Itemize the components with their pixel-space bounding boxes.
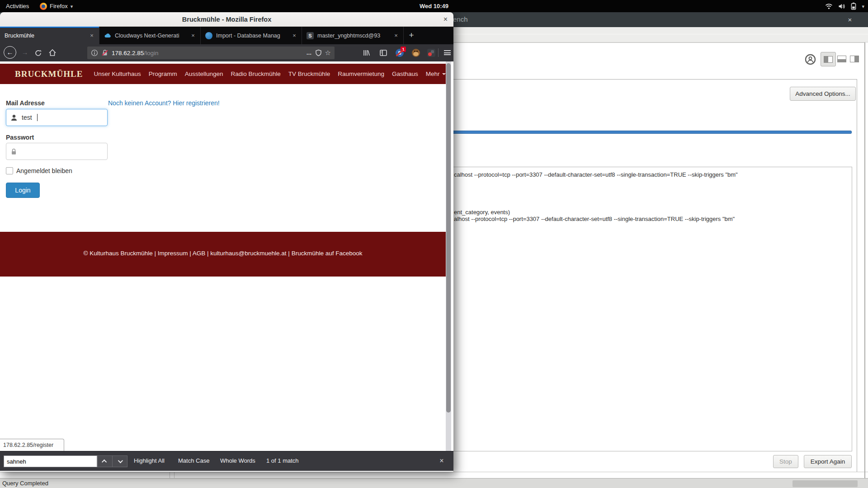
extension-icon[interactable] — [427, 48, 436, 57]
query-status-text: Query Completed — [2, 480, 48, 487]
site-footer: © Kulturhaus Bruckmühle | Impressum | AG… — [0, 232, 446, 277]
cloud-favicon — [104, 32, 111, 39]
extension-badge: 1 — [401, 47, 406, 52]
export-log-box[interactable]: calhost --protocol=tcp --port=3307 --def… — [448, 167, 852, 451]
help-account-icon[interactable] — [805, 54, 816, 65]
chevron-down-icon — [862, 3, 864, 9]
nav-unser-kulturhaus[interactable]: Unser Kulturhaus — [94, 70, 141, 77]
mail-value: test — [22, 114, 32, 121]
tampermonkey-icon[interactable] — [411, 48, 420, 57]
new-tab-button[interactable] — [404, 27, 419, 44]
forward-button[interactable] — [20, 48, 29, 57]
log-line: ent_category, events) — [454, 209, 510, 216]
advanced-options-button[interactable]: Advanced Options... — [790, 87, 856, 101]
clock[interactable]: Wed 10:49 — [0, 0, 868, 12]
nav-raumvermietung[interactable]: Raumvermietung — [338, 70, 384, 77]
toolbar-separator — [438, 48, 439, 57]
site-header: BRUCKMÜHLE Unser Kulturhaus Programm Aus… — [0, 64, 446, 84]
noscript-icon[interactable]: S1 — [395, 48, 404, 57]
tab-close-icon[interactable] — [88, 32, 95, 39]
left-panel-icon — [824, 56, 833, 63]
back-button[interactable] — [4, 46, 16, 59]
tab-close-icon[interactable] — [392, 32, 400, 39]
tab-import-database[interactable]: Import - Database Manag — [201, 27, 302, 44]
find-input[interactable] — [4, 455, 97, 467]
system-status-area[interactable] — [825, 0, 864, 12]
tab-bar: Bruckmühle Cloudways Next-Generati Impor… — [0, 27, 453, 44]
nav-gasthaus[interactable]: Gasthaus — [392, 70, 418, 77]
toggle-right-panel-button[interactable] — [850, 56, 859, 62]
url-path: /login — [144, 50, 158, 56]
chevron-down-icon — [71, 3, 73, 9]
find-bar: Highlight All Match Case Whole Words 1 o… — [0, 451, 453, 471]
battery-icon — [851, 2, 856, 10]
nav-programm[interactable]: Programm — [149, 70, 177, 77]
user-icon — [11, 114, 17, 121]
match-count: 1 of 1 match — [266, 457, 299, 464]
menu-icon[interactable] — [444, 50, 451, 55]
sidebar-icon[interactable] — [379, 48, 388, 57]
nav-mehr-label: Mehr — [426, 70, 440, 77]
firefox-titlebar[interactable]: Bruckmühle - Mozilla Firefox — [0, 12, 453, 27]
activities-button[interactable]: Activities — [4, 2, 31, 10]
findbar-close-icon[interactable] — [437, 456, 447, 466]
pocket-shield-icon[interactable] — [315, 49, 322, 56]
home-button[interactable] — [48, 48, 57, 57]
mail-input[interactable]: test — [6, 109, 108, 126]
link-status-url: 178.62.2.85/register — [3, 442, 53, 448]
extension-glyph — [427, 49, 435, 57]
tab-bruckmuehle[interactable]: Bruckmühle — [0, 27, 99, 44]
remember-checkbox[interactable] — [6, 167, 13, 174]
reload-button[interactable] — [33, 48, 42, 57]
footer-text: © Kulturhaus Bruckmühle | Impressum | AG… — [0, 250, 446, 257]
adminer-favicon: S — [307, 32, 314, 39]
window-title: Bruckmühle - Mozilla Firefox — [0, 12, 453, 27]
app-menu-label: Firefox — [50, 3, 68, 9]
find-next-button[interactable] — [112, 455, 127, 467]
whole-words-toggle[interactable]: Whole Words — [220, 457, 255, 464]
chevron-down-icon — [442, 73, 446, 75]
login-button[interactable]: Login — [6, 183, 40, 198]
insecure-connection-icon[interactable] — [101, 49, 108, 56]
nav-mehr[interactable]: Mehr — [426, 70, 446, 77]
mail-label: Mail Adresse — [6, 99, 45, 107]
workbench-close-icon[interactable] — [844, 14, 855, 25]
password-input[interactable] — [6, 143, 108, 160]
window-close-icon[interactable] — [441, 15, 450, 24]
page-scrollbar[interactable] — [446, 61, 451, 451]
find-previous-button[interactable] — [97, 455, 113, 467]
tab-close-icon[interactable] — [291, 32, 298, 39]
workbench-statusbar: Query Completed — [0, 478, 868, 488]
export-again-button[interactable]: Export Again — [804, 455, 852, 468]
bookmark-star-icon[interactable] — [325, 49, 331, 57]
toggle-bottom-panel-button[interactable] — [837, 56, 846, 62]
tab-master-db[interactable]: S master_yngbhtmscd@93 — [302, 27, 404, 44]
page-actions-icon[interactable] — [307, 50, 311, 56]
site-info-icon[interactable] — [91, 49, 98, 56]
match-case-toggle[interactable]: Match Case — [178, 457, 209, 464]
highlight-all-toggle[interactable]: Highlight All — [134, 457, 165, 464]
tab-close-icon[interactable] — [189, 32, 197, 39]
panel-divider — [170, 472, 170, 478]
tab-label: Cloudways Next-Generati — [115, 33, 187, 39]
toggle-left-panel-button[interactable] — [821, 52, 836, 66]
nav-tv-bruckmuehle[interactable]: TV Bruckmühle — [288, 70, 330, 77]
page-viewport: BRUCKMÜHLE Unser Kulturhaus Programm Aus… — [0, 61, 453, 451]
tab-label: master_yngbhtmscd@93 — [317, 33, 390, 39]
tab-label: Import - Database Manag — [216, 33, 288, 39]
url-bar[interactable]: 178.62.2.85 /login — [87, 47, 335, 59]
statusbar-scrollbar-thumb[interactable] — [793, 480, 858, 487]
tab-label: Bruckmühle — [5, 33, 85, 39]
app-menu[interactable]: Firefox — [40, 1, 73, 11]
library-icon[interactable] — [362, 48, 371, 57]
stop-button[interactable]: Stop — [773, 455, 798, 468]
chevron-down-icon — [118, 458, 123, 463]
nav-ausstellungen[interactable]: Ausstellungen — [185, 70, 223, 77]
nav-radio-bruckmuehle[interactable]: Radio Bruckmühle — [231, 70, 281, 77]
site-logo[interactable]: BRUCKMÜHLE — [15, 69, 83, 79]
text-caret — [37, 114, 38, 121]
tab-cloudways[interactable]: Cloudways Next-Generati — [99, 27, 201, 44]
register-link[interactable]: Noch keinen Account? Hier registrieren! — [108, 99, 220, 107]
scrollbar-thumb[interactable] — [446, 63, 451, 413]
export-progress-bar — [448, 131, 852, 134]
